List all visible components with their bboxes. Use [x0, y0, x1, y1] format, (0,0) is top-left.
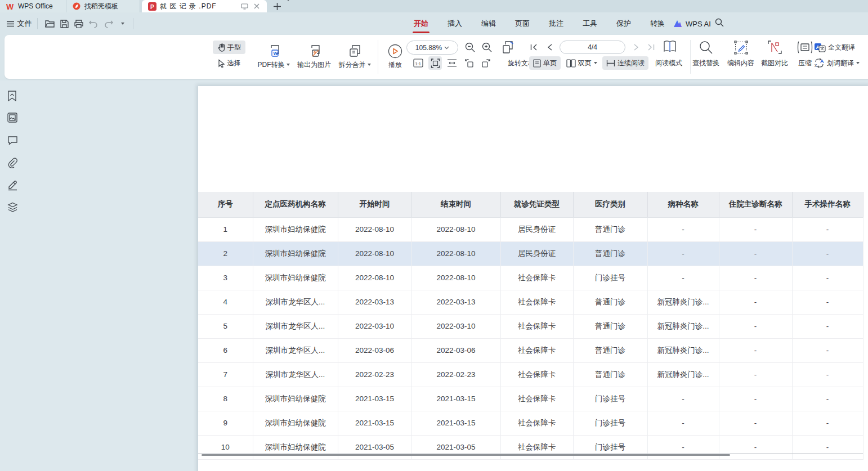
follow-mode-icon[interactable] [240, 2, 249, 11]
tab-template-store[interactable]: 找稻壳模板 [66, 0, 140, 12]
fit-page-button[interactable] [428, 56, 442, 70]
select-tool-button[interactable]: 选择 [213, 56, 245, 70]
tab-list-chevron-icon[interactable] [287, 1, 290, 11]
single-page-button[interactable]: 单页 [529, 56, 561, 70]
tab-label: WPS Office [18, 2, 53, 10]
svg-text:W: W [6, 3, 14, 10]
table-cell: 2022-08-10 [338, 266, 411, 290]
hand-tool-button[interactable]: 手型 [213, 41, 245, 54]
menu-tab-comment[interactable]: 批注 [548, 12, 565, 35]
open-file-button[interactable] [42, 12, 57, 35]
actual-size-button[interactable]: 1:1 [411, 56, 425, 70]
table-cell: - [792, 362, 863, 387]
table-cell: 2021-03-15 [411, 387, 500, 411]
comments-panel-icon[interactable] [7, 136, 18, 145]
table-row: 7深圳市龙华区人...2022-02-232022-02-23社会保障卡普通门诊… [198, 362, 863, 387]
table-cell: 2022-08-10 [338, 217, 411, 241]
table-row: 5深圳市龙华区人...2022-03-102022-03-10社会保障卡普通门诊… [198, 314, 863, 338]
word-translate-button[interactable]: xA 划词翻译 [814, 56, 868, 70]
menu-tab-insert[interactable]: 插入 [446, 12, 463, 35]
screenshot-compare-icon [763, 39, 786, 55]
prev-page-button[interactable] [543, 41, 556, 54]
page-number-input[interactable] [560, 41, 625, 54]
table-cell: 深圳市龙华区人... [253, 314, 338, 338]
full-translate-button[interactable]: A 全文翻译 [814, 41, 868, 54]
table-cell: 2022-08-10 [411, 217, 500, 241]
close-tab-icon[interactable] [252, 2, 261, 11]
menu-search-icon[interactable] [715, 18, 724, 27]
hamburger-icon [7, 21, 14, 27]
column-header: 病种名称 [647, 192, 719, 217]
zoom-out-button[interactable] [463, 41, 477, 54]
document-title: 就 医 记 录 .PDF [160, 2, 236, 11]
quick-access-chevron-icon[interactable] [116, 12, 129, 35]
table-cell: 深圳市龙华区人... [253, 362, 338, 387]
rotate-left-button[interactable] [462, 56, 476, 70]
rotate-right-button[interactable] [479, 56, 493, 70]
layers-panel-icon[interactable] [7, 202, 18, 213]
table-cell: 社会保障卡 [500, 290, 573, 314]
tab-wps-office[interactable]: W WPS Office [0, 0, 66, 12]
records-table: 序号定点医药机构名称开始时间结束时间就诊凭证类型医疗类别病种名称住院主诊断名称手… [198, 192, 863, 460]
column-header: 序号 [198, 192, 253, 217]
menu-tab-page[interactable]: 页面 [514, 12, 531, 35]
column-header: 住院主诊断名称 [719, 192, 792, 217]
table-row: 2深圳市妇幼保健院2022-08-102022-08-10居民身份证普通门诊--… [198, 241, 863, 266]
table-cell: - [647, 217, 719, 241]
table-cell: 新冠肺炎门诊... [647, 362, 719, 387]
print-button[interactable] [71, 12, 87, 35]
table-cell: 深圳市妇幼保健院 [253, 266, 338, 290]
table-cell: 8 [198, 387, 253, 411]
chevron-down-icon [287, 64, 290, 66]
wps-ai-button[interactable]: WPS AI [673, 12, 711, 35]
table-cell: 6 [198, 338, 253, 362]
table-cell: - [792, 266, 863, 290]
play-button[interactable]: 播放 [381, 39, 410, 74]
table-cell: - [719, 266, 792, 290]
word-translate-icon: xA [814, 58, 825, 68]
save-button[interactable] [56, 12, 72, 35]
single-page-icon [533, 59, 541, 68]
menu-tab-convert[interactable]: 转换 [649, 12, 666, 35]
zoom-level-select[interactable]: 105.88% [406, 41, 458, 55]
thumbnails-panel-icon[interactable] [7, 113, 17, 123]
double-page-icon [566, 59, 576, 68]
undo-button[interactable] [86, 12, 100, 35]
bookmarks-panel-icon[interactable] [7, 91, 17, 101]
table-cell: 新冠肺炎门诊... [647, 338, 719, 362]
play-icon [388, 44, 402, 59]
file-menu-button[interactable]: 文件 [5, 12, 34, 35]
table-cell: - [719, 217, 792, 241]
table-cell: 2022-02-23 [411, 362, 500, 387]
table-cell: - [719, 338, 792, 362]
table-cell: 普通门诊 [573, 241, 647, 266]
menu-tab-protect[interactable]: 保护 [615, 12, 632, 35]
table-header-row: 序号定点医药机构名称开始时间结束时间就诊凭证类型医疗类别病种名称住院主诊断名称手… [198, 192, 863, 217]
table-cell: 社会保障卡 [500, 266, 573, 290]
last-page-button[interactable] [644, 41, 657, 54]
menu-tab-tools[interactable]: 工具 [581, 12, 598, 35]
next-page-button[interactable] [629, 41, 643, 54]
table-cell: 门诊挂号 [573, 266, 647, 290]
screenshot-compare-button[interactable]: 截图对比 [754, 56, 795, 70]
split-merge-button[interactable]: 拆分合并 [331, 39, 378, 74]
zoom-in-button[interactable] [480, 41, 494, 54]
menu-tab-edit[interactable]: 编辑 [480, 12, 497, 35]
signature-panel-icon[interactable] [7, 180, 18, 191]
new-tab-button[interactable] [274, 3, 281, 10]
menu-tab-home[interactable]: 开始 [413, 12, 429, 35]
tab-document-active[interactable]: P 就 医 记 录 .PDF [142, 0, 267, 12]
table-cell: 普通门诊 [573, 217, 647, 241]
double-page-button[interactable]: 双页 [564, 56, 599, 70]
fit-width-button[interactable] [445, 56, 459, 70]
table-horizontal-scrollbar[interactable] [202, 454, 730, 456]
attachments-panel-icon[interactable] [7, 158, 18, 168]
redo-button[interactable] [101, 12, 116, 35]
table-cell: - [792, 314, 863, 338]
table-cell: 5 [198, 314, 253, 338]
column-header: 开始时间 [338, 192, 411, 217]
read-mode-button[interactable]: 阅读模式 [651, 56, 687, 70]
table-cell: 深圳市龙华区人... [253, 290, 338, 314]
first-page-button[interactable] [527, 41, 540, 54]
continuous-read-button[interactable]: 连续阅读 [602, 56, 648, 70]
